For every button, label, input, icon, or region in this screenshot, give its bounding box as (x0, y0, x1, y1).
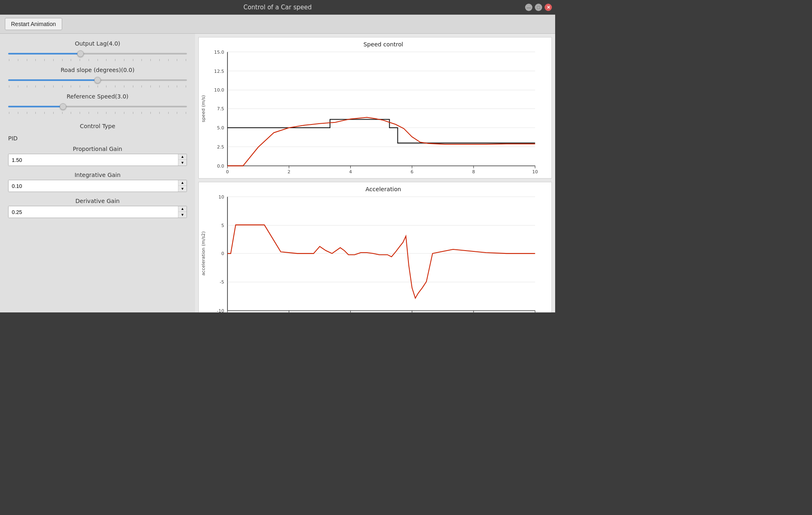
right-panel: Speed control speed (m/s) 0.0 2.5 (195, 34, 555, 312)
ref-speed-section: Reference Speed(3.0) (8, 93, 187, 114)
ref-speed-slider[interactable] (8, 106, 187, 107)
accel-y-axis-label: acceleration (m/s2) (201, 231, 206, 276)
main-window: Restart Animation Output Lag(4.0) (0, 15, 555, 312)
integrative-gain-section: Integrative Gain ▲ ▼ (8, 172, 187, 192)
road-slope-slider-container (8, 76, 187, 85)
svg-text:15.0: 15.0 (214, 50, 224, 55)
proportional-gain-spinbox: ▲ ▼ (8, 154, 187, 166)
svg-text:0.0: 0.0 (217, 164, 224, 169)
svg-text:10: 10 (532, 169, 538, 175)
ref-speed-ticks (8, 112, 187, 114)
road-slope-slider[interactable] (8, 79, 187, 81)
svg-text:-10: -10 (217, 308, 224, 312)
proportional-gain-up[interactable]: ▲ (178, 154, 187, 160)
derivative-gain-down[interactable]: ▼ (178, 212, 187, 218)
svg-text:8: 8 (472, 169, 475, 175)
ref-speed-slider-container (8, 102, 187, 111)
integrative-gain-spin-buttons: ▲ ▼ (178, 180, 187, 192)
svg-text:0: 0 (221, 251, 224, 256)
svg-text:4: 4 (349, 169, 352, 175)
derivative-gain-section: Derivative Gain ▲ ▼ (8, 198, 187, 218)
output-lag-ticks (8, 59, 187, 61)
output-lag-section: Output Lag(4.0) (8, 40, 187, 61)
accel-chart-container: Acceleration acceleration (m/s2) -10 -5 … (198, 182, 552, 312)
restart-animation-button[interactable]: Restart Animation (5, 18, 62, 30)
integrative-gain-spinbox: ▲ ▼ (8, 180, 187, 192)
svg-text:7.5: 7.5 (217, 106, 224, 111)
output-lag-slider-container (8, 49, 187, 58)
proportional-gain-input[interactable] (9, 154, 178, 166)
left-panel: Output Lag(4.0) Road slope (degrees)(0.0… (0, 34, 195, 312)
ref-speed-label: Reference Speed(3.0) (67, 93, 128, 100)
speed-actual-line (228, 117, 535, 166)
titlebar: Control of a Car speed — □ ✕ (0, 0, 555, 15)
proportional-gain-down[interactable]: ▼ (178, 160, 187, 166)
pid-label: PID (8, 135, 17, 142)
svg-text:2.5: 2.5 (217, 144, 224, 150)
derivative-gain-label: Derivative Gain (8, 198, 187, 204)
speed-chart-title: Speed control (363, 41, 403, 48)
accel-chart: Acceleration acceleration (m/s2) -10 -5 … (199, 182, 551, 312)
derivative-gain-spin-buttons: ▲ ▼ (178, 206, 187, 218)
accel-actual-line (228, 225, 535, 298)
maximize-button[interactable]: □ (535, 4, 542, 11)
proportional-gain-label: Proportional Gain (8, 146, 187, 152)
svg-text:6: 6 (410, 169, 413, 175)
road-slope-ticks (8, 85, 187, 87)
svg-text:2: 2 (288, 169, 291, 175)
window-title: Control of a Car speed (243, 4, 312, 11)
road-slope-label: Road slope (degrees)(0.0) (61, 67, 135, 73)
svg-text:10: 10 (218, 194, 224, 200)
integrative-gain-input[interactable] (9, 180, 178, 192)
output-lag-slider[interactable] (8, 53, 187, 55)
svg-text:5.0: 5.0 (217, 125, 224, 131)
svg-text:0: 0 (226, 169, 229, 175)
toolbar: Restart Animation (0, 15, 555, 34)
derivative-gain-input[interactable] (9, 206, 178, 218)
proportional-gain-section: Proportional Gain ▲ ▼ (8, 146, 187, 166)
integrative-gain-up[interactable]: ▲ (178, 180, 187, 186)
control-type-label: Control Type (80, 123, 115, 129)
speed-chart-container: Speed control speed (m/s) 0.0 2.5 (198, 37, 552, 179)
svg-text:-5: -5 (220, 280, 224, 285)
speed-reference-line (228, 120, 535, 143)
close-button[interactable]: ✕ (545, 4, 552, 11)
svg-text:10.0: 10.0 (214, 87, 224, 93)
speed-y-axis-label: speed (m/s) (201, 95, 206, 122)
road-slope-section: Road slope (degrees)(0.0) (8, 67, 187, 87)
minimize-button[interactable]: — (525, 4, 532, 11)
integrative-gain-label: Integrative Gain (8, 172, 187, 178)
accel-chart-title: Acceleration (365, 186, 401, 192)
svg-text:12.5: 12.5 (214, 68, 224, 74)
derivative-gain-up[interactable]: ▲ (178, 206, 187, 212)
control-type-section: Control Type (8, 123, 187, 129)
content: Output Lag(4.0) Road slope (degrees)(0.0… (0, 34, 555, 312)
derivative-gain-spinbox: ▲ ▼ (8, 206, 187, 218)
window-controls: — □ ✕ (525, 4, 552, 11)
speed-chart: Speed control speed (m/s) 0.0 2.5 (199, 37, 551, 178)
proportional-gain-spin-buttons: ▲ ▼ (178, 154, 187, 166)
svg-text:5: 5 (221, 223, 224, 228)
output-lag-label: Output Lag(4.0) (75, 40, 120, 47)
integrative-gain-down[interactable]: ▼ (178, 186, 187, 192)
